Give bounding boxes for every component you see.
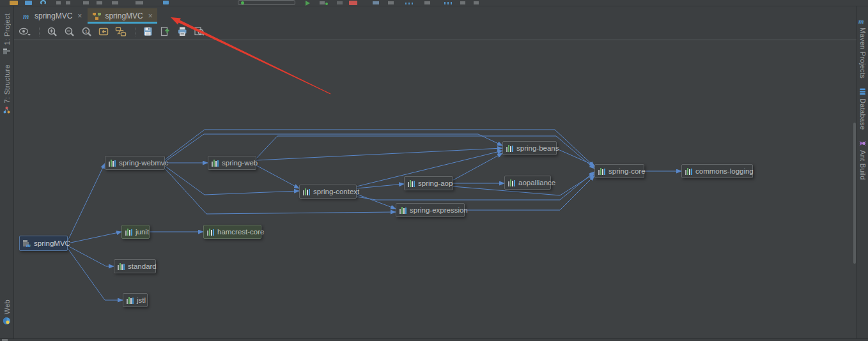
- toolbar-icon-fragment[interactable]: [136, 1, 143, 4]
- tomcat-config-icon: [241, 1, 244, 4]
- toolbar-icon-fragment[interactable]: [163, 1, 169, 4]
- dependency-node-spring-expression[interactable]: spring-expression: [396, 203, 465, 217]
- editor-tab-1[interactable]: springMVC×: [88, 8, 157, 24]
- dependency-node-hamcrest-core[interactable]: hamcrest-core: [203, 225, 261, 239]
- navigate-forward-icon[interactable]: [66, 1, 70, 4]
- zoom-out-icon[interactable]: [61, 25, 77, 38]
- library-icon: [508, 179, 516, 187]
- print-diagram-icon[interactable]: [174, 25, 190, 38]
- toolbar-icon-fragment[interactable]: [373, 1, 379, 4]
- toolbar-icon-fragment[interactable]: [405, 3, 413, 4]
- tab-label: springMVC: [105, 11, 143, 20]
- node-label: hamcrest-core: [217, 228, 265, 236]
- maven-module-icon: m: [22, 12, 31, 20]
- apply-current-layout-icon[interactable]: [113, 25, 128, 38]
- dependency-node-spring-beans[interactable]: spring-beans: [502, 141, 557, 155]
- library-icon: [399, 206, 407, 215]
- toolbar-icon-fragment[interactable]: [83, 1, 89, 4]
- dependency-node-spring-webmvc[interactable]: spring-webmvc: [105, 156, 165, 170]
- node-label: spring-core: [608, 167, 646, 175]
- tool-stripe-label: Database: [859, 98, 867, 130]
- run-configuration-combo[interactable]: [238, 0, 295, 5]
- tool-stripe-label: Maven Projects: [859, 27, 867, 79]
- tool-stripe-label: Web: [3, 299, 11, 314]
- dependency-node-spring-aop[interactable]: spring-aop: [404, 176, 453, 190]
- toolbar-icon-fragment[interactable]: [97, 1, 102, 4]
- dependency-node-spring-core[interactable]: spring-core: [594, 164, 644, 178]
- project-icon: [3, 47, 11, 56]
- dependency-node-spring-web[interactable]: spring-web: [208, 156, 256, 170]
- module-icon: m: [22, 239, 31, 248]
- ant-icon: [858, 139, 867, 148]
- tool-stripe-button-database[interactable]: Database: [858, 83, 867, 135]
- toolbar-icon-fragment[interactable]: [10, 1, 18, 5]
- svg-text:m: m: [26, 242, 31, 248]
- toolbar-separator: [36, 27, 40, 36]
- dependency-node-commons-logging[interactable]: commons-logging: [681, 164, 753, 178]
- tool-stripe-label: 1: Project: [3, 13, 11, 45]
- stop-icon[interactable]: [349, 1, 357, 5]
- actual-size-icon[interactable]: 1: [79, 25, 94, 38]
- dependencies-diagram-icon: [92, 12, 102, 20]
- tab-close-icon[interactable]: ×: [148, 11, 153, 20]
- fit-content-icon[interactable]: [96, 25, 111, 38]
- dependency-node-junit[interactable]: junit: [121, 225, 150, 239]
- svg-text:1: 1: [84, 29, 88, 34]
- navigate-back-icon[interactable]: [56, 1, 61, 4]
- node-label: spring-context: [313, 188, 359, 195]
- library-icon: [685, 167, 693, 176]
- save-diagram-icon[interactable]: [140, 25, 155, 38]
- left-tool-stripe: 1: Project7: StructureWeb: [0, 6, 14, 339]
- main-toolbar: [0, 0, 868, 6]
- node-label: springMVC: [34, 239, 70, 247]
- intellij-window: 1: Project7: StructureWeb mMaven Project…: [0, 0, 868, 341]
- editor-tab-0[interactable]: mspringMVC×: [18, 8, 86, 24]
- toolbar-icon-fragment[interactable]: [474, 1, 479, 4]
- vertical-scrollbar-thumb[interactable]: [853, 123, 856, 264]
- node-label: spring-expression: [410, 206, 468, 214]
- run-icon[interactable]: [306, 1, 310, 6]
- dependency-node-standard[interactable]: standard: [114, 259, 156, 273]
- node-label: spring-aop: [418, 179, 453, 187]
- toolbar-icon-fragment[interactable]: [424, 1, 430, 4]
- tool-stripe-label: Ant Build: [859, 150, 867, 180]
- tool-stripe-button-maven-projects[interactable]: mMaven Projects: [858, 13, 867, 83]
- toolbar-icon-fragment[interactable]: [25, 1, 32, 5]
- tab-close-icon[interactable]: ×: [77, 11, 82, 20]
- node-label: commons-logging: [695, 167, 754, 175]
- show-edge-details-icon[interactable]: [17, 25, 33, 38]
- library-icon: [506, 144, 514, 153]
- toolbar-icon-fragment[interactable]: [388, 1, 394, 4]
- tool-stripe-button-project[interactable]: 1: Project: [3, 9, 11, 60]
- library-icon: [206, 228, 215, 236]
- toolbar-icon-fragment[interactable]: [460, 1, 465, 4]
- show-preview-icon[interactable]: [192, 25, 207, 38]
- node-label: junit: [136, 228, 149, 236]
- toolbar-icon-fragment[interactable]: [444, 2, 452, 4]
- dependency-node-springMVC[interactable]: mspringMVC: [19, 236, 68, 251]
- toolbar-icon-fragment[interactable]: [112, 1, 118, 4]
- diagram-toolbar: 1: [14, 24, 856, 40]
- editor-tab-bar: mspringMVC×springMVC×: [14, 6, 856, 24]
- zoom-in-icon[interactable]: [44, 25, 59, 38]
- svg-text:m: m: [23, 12, 29, 20]
- export-to-image-icon[interactable]: [157, 25, 173, 38]
- database-icon: [858, 87, 867, 96]
- dependency-node-spring-context[interactable]: spring-context: [299, 185, 357, 199]
- tool-stripe-button-web[interactable]: Web: [3, 295, 11, 339]
- toolbar-icon-fragment[interactable]: [40, 0, 46, 5]
- dependency-node-aopalliance[interactable]: aopalliance: [504, 176, 551, 190]
- toolbar-icon-fragment[interactable]: [337, 1, 343, 4]
- tool-stripe-button-ant-build[interactable]: Ant Build: [858, 135, 867, 185]
- dependency-node-jstl[interactable]: jstl: [123, 293, 148, 307]
- library-icon: [108, 159, 116, 167]
- tool-stripe-button-structure[interactable]: 7: Structure: [3, 60, 11, 118]
- toolbar-separator: [132, 27, 136, 36]
- debug-icon[interactable]: [320, 1, 325, 4]
- node-label: standard: [128, 262, 157, 270]
- svg-text:m: m: [858, 17, 864, 25]
- diagram-canvas[interactable]: mspringMVCspring-webmvcspring-webspring-…: [14, 40, 856, 339]
- tool-stripe-label: 7: Structure: [3, 64, 11, 103]
- structure-icon: [3, 106, 11, 114]
- node-label: spring-beans: [516, 144, 559, 152]
